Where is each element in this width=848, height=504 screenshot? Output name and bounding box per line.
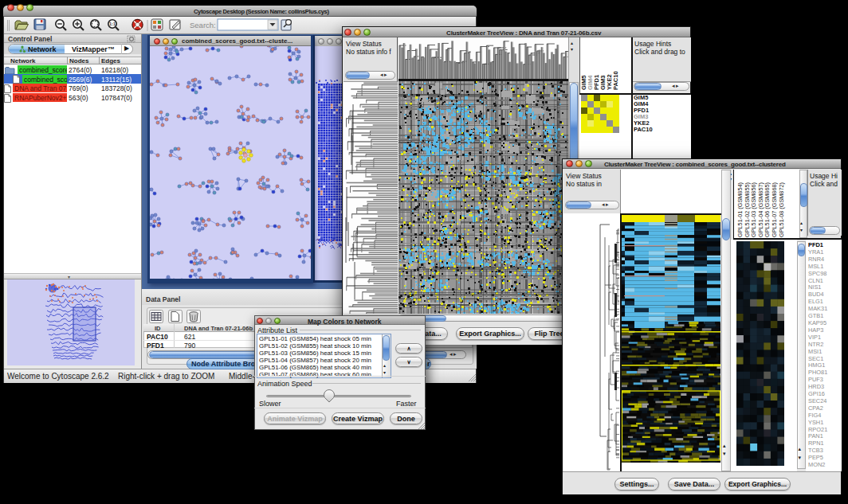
- svg-text:1:1: 1:1: [109, 21, 116, 26]
- svg-text:Search:: Search:: [190, 21, 216, 29]
